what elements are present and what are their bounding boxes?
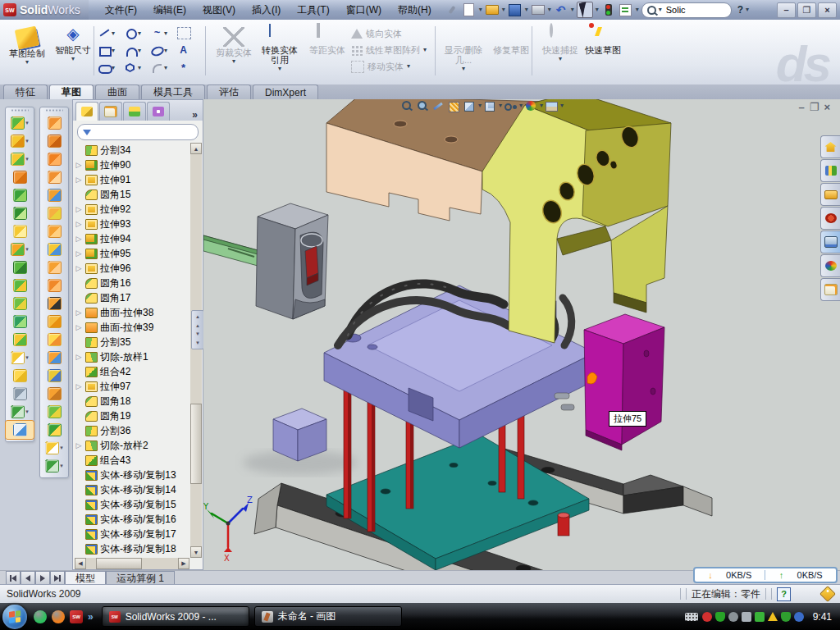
split-button[interactable] — [6, 294, 34, 313]
expand-arrow-icon[interactable]: ▷ — [75, 161, 83, 169]
side-block[interactable] — [584, 314, 664, 450]
panel-overflow-button[interactable]: » — [187, 109, 203, 121]
tree-item[interactable]: ▷拉伸93 — [75, 217, 189, 231]
sketch-draw-button[interactable]: 草图绘制 ▾ — [3, 23, 51, 82]
close-button[interactable]: × — [818, 2, 837, 18]
tag-icon[interactable] — [819, 586, 836, 602]
move-entities-button[interactable]: 移动实体 ▾ — [351, 59, 427, 74]
hide-show-items-icon[interactable] — [504, 100, 518, 112]
tree-item[interactable]: ▷拉伸92 — [75, 202, 189, 217]
taskbar-window-solidworks[interactable]: SWSolidWorks 2009 - ... — [102, 606, 249, 627]
mirror-button[interactable] — [6, 258, 34, 276]
tree-item[interactable]: ▷切除-放样2 — [75, 438, 189, 453]
expand-arrow-icon[interactable]: ▷ — [75, 249, 83, 258]
browser-icon[interactable] — [52, 610, 65, 623]
commandtab-模具工具[interactable]: 模具工具 — [141, 84, 205, 99]
tree-item[interactable]: ▷切除-放样1 — [75, 349, 189, 364]
new-file-button[interactable] — [462, 2, 477, 17]
tree-item[interactable]: ▷拉伸96 — [75, 261, 189, 276]
sketch-text-button[interactable]: A — [176, 42, 202, 59]
search-input[interactable] — [664, 4, 710, 16]
axis-button[interactable] — [6, 385, 34, 403]
spline-dropdown[interactable]: ▾ — [164, 30, 167, 37]
line-dropdown[interactable]: ▾ — [112, 30, 115, 37]
file-explorer-tab[interactable] — [820, 207, 840, 230]
core-insert-block[interactable] — [273, 409, 326, 461]
menu-v[interactable]: 视图(V) — [194, 0, 244, 20]
tree-item[interactable]: 圆角19 — [75, 409, 189, 423]
warning-icon[interactable] — [768, 612, 778, 621]
zoom-fit-icon[interactable] — [400, 100, 414, 112]
keyboard-layout-icon[interactable] — [685, 613, 698, 621]
next-tab-button[interactable] — [35, 571, 50, 585]
linear-pattern-dropdown[interactable]: ▾ — [423, 47, 427, 53]
tree-item[interactable]: 分割36 — [75, 423, 189, 438]
antivirus-shield-icon[interactable] — [715, 612, 725, 622]
appearances-tab[interactable] — [820, 254, 840, 277]
quick-launch-overflow[interactable]: » — [88, 611, 94, 623]
hide-show-items-dropdown[interactable]: ▾ — [519, 103, 523, 109]
rect-dropdown[interactable]: ▾ — [112, 48, 115, 54]
start-button[interactable] — [2, 605, 27, 629]
modeltab-模型[interactable]: 模型 — [65, 571, 106, 585]
section-view-icon[interactable] — [447, 100, 461, 112]
feature-filter-box[interactable] — [77, 124, 199, 140]
menu-f[interactable]: 文件(F) — [97, 0, 145, 20]
revolved-surface-button[interactable] — [40, 132, 68, 150]
tree-item[interactable]: 组合43 — [75, 453, 189, 468]
reference-plane-button[interactable]: ▾ — [6, 349, 34, 367]
commandtab-特征[interactable]: 特征 — [3, 84, 48, 99]
tree-item[interactable]: 圆角18 — [75, 394, 189, 409]
tree-horizontal-scrollbar[interactable]: ◀ ▶ — [75, 558, 189, 569]
zoom-selection-icon[interactable] — [431, 100, 445, 112]
offset-entities-button[interactable]: 等距实体 — [304, 23, 351, 82]
sketch-fillet-button[interactable]: ▾ — [149, 59, 176, 76]
tree-item[interactable]: 实体-移动/复制17 — [75, 527, 189, 541]
tree-item[interactable]: 圆角16 — [75, 276, 189, 290]
sketch-ellipse-button[interactable]: ▾ — [149, 42, 176, 59]
tree-item[interactable]: 实体-移动/复制15 — [75, 497, 189, 512]
fillet-button[interactable]: ▾ — [6, 150, 34, 168]
swept-cut-button[interactable] — [40, 150, 68, 168]
reference-geometry-dropdown[interactable]: ▾ — [60, 445, 63, 451]
apply-scene-dropdown[interactable]: ▾ — [560, 103, 564, 109]
knit-surface-button[interactable] — [40, 313, 68, 331]
scroll-thumb[interactable] — [96, 558, 142, 569]
tree-item[interactable]: 实体-移动/复制16 — [75, 512, 189, 527]
sketch-draw-dropdown[interactable]: ▾ — [25, 59, 29, 66]
tree-item[interactable]: 圆角15 — [75, 187, 189, 202]
tree-item[interactable]: 实体-移动/复制14 — [75, 482, 189, 497]
circle-dropdown[interactable]: ▾ — [138, 30, 141, 37]
apply-scene-icon[interactable] — [545, 100, 559, 112]
scroll-up-button[interactable]: ▲ — [190, 143, 202, 154]
last-tab-button[interactable] — [50, 571, 65, 585]
propertymanager-tab[interactable] — [99, 102, 122, 121]
network-signal-icon[interactable] — [755, 612, 765, 622]
commandtab-评估[interactable]: 评估 — [207, 84, 251, 99]
ellipse-dropdown[interactable]: ▾ — [164, 48, 167, 54]
featuremanager-tab[interactable] — [75, 102, 98, 121]
help-button[interactable]: ? — [737, 4, 743, 16]
defender-shield-icon[interactable] — [781, 612, 791, 622]
commandtab-草图[interactable]: 草图 — [49, 84, 94, 99]
doc-minimize-button[interactable]: – — [799, 101, 805, 113]
design-library-tab[interactable] — [820, 183, 840, 206]
sketch-slot-button[interactable]: ▾ — [97, 59, 123, 76]
configurationmanager-tab[interactable] — [123, 102, 146, 121]
offset-surface-button[interactable] — [40, 403, 68, 421]
view-palette-tab[interactable] — [820, 231, 840, 253]
sketch-spline-button[interactable]: ~▾ — [149, 25, 176, 42]
rib-button[interactable] — [6, 168, 34, 186]
pattern-dropdown[interactable]: ▾ — [25, 246, 29, 253]
scroll-right-button[interactable]: ▶ — [178, 558, 189, 569]
update-gear-icon[interactable] — [728, 612, 738, 622]
new-file-dropdown[interactable]: ▾ — [479, 7, 482, 13]
scroll-thumb[interactable] — [190, 404, 202, 484]
linear-pattern-button[interactable]: 线性草图阵列 ▾ — [351, 43, 427, 57]
solidworks-icon[interactable]: SW — [70, 610, 83, 623]
dimxpertmanager-tab[interactable] — [147, 102, 170, 121]
volume-icon[interactable] — [742, 612, 751, 622]
home-tab[interactable] — [820, 135, 840, 158]
delete-body-button[interactable] — [40, 294, 68, 313]
spline-tool-dropdown[interactable]: ▾ — [25, 409, 29, 415]
